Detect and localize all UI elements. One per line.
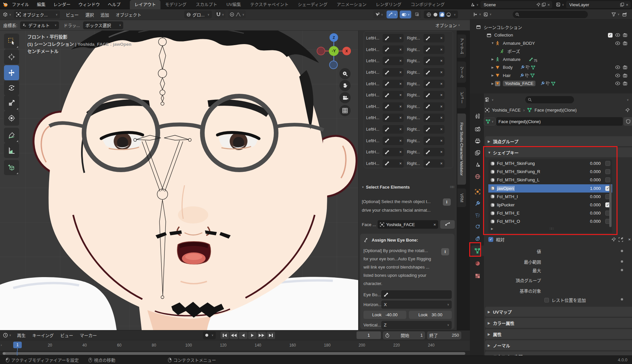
tab-constraints-properties[interactable] bbox=[471, 233, 484, 244]
show-only-icon[interactable] bbox=[618, 237, 623, 242]
close-icon[interactable]: × bbox=[628, 237, 631, 242]
chevron-down-icon[interactable]: ∨ bbox=[222, 13, 224, 16]
tab-scene-properties[interactable] bbox=[471, 159, 484, 170]
timeline-ruler[interactable]: 20406080100120140160180200220240 › 1 bbox=[0, 340, 470, 351]
clear-icon[interactable]: × bbox=[399, 70, 402, 75]
workspace-tab[interactable]: テクスチャペイント bbox=[245, 0, 293, 9]
eye-icon[interactable] bbox=[615, 65, 620, 69]
clear-icon[interactable]: × bbox=[399, 116, 402, 120]
tab-texture-properties[interactable] bbox=[471, 271, 484, 281]
right-bone-field[interactable]: × bbox=[423, 68, 445, 77]
rendered-shading-icon[interactable] bbox=[446, 12, 451, 17]
info-icon[interactable]: i bbox=[443, 198, 451, 206]
tab-vrm[interactable]: VRM bbox=[457, 188, 466, 207]
right-bone-field[interactable]: × bbox=[423, 159, 445, 168]
prev-keyframe-button[interactable] bbox=[230, 332, 238, 339]
eye-icon[interactable] bbox=[615, 74, 620, 77]
clear-icon[interactable]: × bbox=[399, 82, 402, 86]
close-icon[interactable]: × bbox=[625, 2, 629, 7]
timeline-scrollbar[interactable] bbox=[3, 352, 465, 355]
frame-start-field[interactable]: 開始1 bbox=[383, 331, 425, 339]
outliner-row-armature-body[interactable]: ▼ Armature_BODY bbox=[470, 39, 632, 47]
right-bone-field[interactable]: × bbox=[423, 91, 445, 99]
outliner-row-collection[interactable]: Collection ✓ bbox=[470, 31, 632, 39]
look-min-button[interactable]: Look-40.00 bbox=[363, 311, 406, 319]
outliner-row-yoshida-face[interactable]: ▶ Yoshida_FACE bbox=[470, 80, 632, 88]
outliner-search-input[interactable] bbox=[513, 11, 588, 18]
shape-key-row[interactable]: Fcl_MTH_I 0.000 ✓ bbox=[488, 193, 612, 201]
clear-icon[interactable]: × bbox=[440, 70, 443, 75]
next-keyframe-button[interactable] bbox=[257, 332, 266, 339]
clear-icon[interactable]: × bbox=[399, 150, 402, 154]
expander-closed-icon[interactable]: ▶ bbox=[491, 227, 493, 230]
left-bone-field[interactable]: × bbox=[383, 45, 404, 54]
expander-open-icon[interactable]: ▼ bbox=[490, 41, 495, 45]
clear-icon[interactable]: × bbox=[440, 104, 443, 109]
list-grip[interactable]: ∷∷ bbox=[550, 227, 553, 230]
select-box-tool[interactable] bbox=[4, 34, 19, 49]
outliner-row-armature-data[interactable]: ▶ Armature 75 bbox=[470, 55, 632, 64]
tab-world-properties[interactable] bbox=[471, 171, 484, 182]
attributes-panel-header[interactable]: ▶属性∷∷ bbox=[485, 329, 632, 339]
shape-key-row[interactable]: lipPucker 0.000 ✓ bbox=[488, 201, 612, 209]
properties-search-input[interactable] bbox=[525, 96, 574, 103]
clear-icon[interactable]: × bbox=[399, 93, 402, 97]
viewlayer-icon[interactable] bbox=[556, 2, 561, 7]
workspace-tab[interactable]: モデリング bbox=[160, 0, 191, 9]
pin-icon[interactable] bbox=[536, 2, 541, 7]
playhead-badge[interactable]: 1 bbox=[13, 342, 22, 348]
scene-name[interactable]: Scene bbox=[482, 2, 536, 7]
mesh-selector-button[interactable]: ∨ bbox=[484, 117, 496, 125]
close-icon[interactable]: × bbox=[546, 2, 551, 7]
eye-icon[interactable] bbox=[615, 82, 620, 85]
chevron-down-icon[interactable]: ∨ bbox=[212, 334, 214, 337]
camera-icon[interactable] bbox=[623, 73, 627, 78]
camera-icon[interactable] bbox=[623, 33, 627, 37]
shape-keys-panel-header[interactable]: ▼ シェイプキー ∷∷ bbox=[485, 147, 632, 157]
vertex-groups-panel-header[interactable]: ▶ 頂点グループ ∷∷ bbox=[485, 136, 632, 146]
chevron-down-icon[interactable]: ∨ bbox=[381, 13, 383, 16]
panel-grip[interactable]: ∷∷ bbox=[450, 185, 454, 189]
tab-viewlayer-properties[interactable] bbox=[471, 147, 484, 158]
clear-icon[interactable]: × bbox=[433, 222, 436, 227]
clear-icon[interactable]: × bbox=[399, 127, 402, 132]
face-object-field[interactable]: Yoshida_FACE × bbox=[378, 220, 438, 229]
data-name-field[interactable]: Face (merged)(Clone) bbox=[496, 117, 623, 126]
breadcrumb-data[interactable]: Face (merged)(Clone) bbox=[532, 108, 579, 113]
pin-icon[interactable] bbox=[611, 237, 616, 242]
workspace-tab[interactable]: レンダリング bbox=[371, 0, 406, 9]
orthographic-toggle-button[interactable] bbox=[339, 105, 351, 116]
chevron-down-icon[interactable]: ∨ bbox=[408, 13, 410, 16]
timeline-menu-item[interactable]: ビュー bbox=[57, 332, 76, 338]
tab-view[interactable]: ビュー bbox=[457, 87, 466, 109]
display-mode-icon[interactable] bbox=[473, 12, 478, 17]
outliner-row-pose[interactable]: ポーズ bbox=[470, 47, 632, 56]
right-bone-field[interactable]: × bbox=[423, 34, 445, 42]
left-bone-field[interactable]: × bbox=[383, 80, 404, 88]
tab-material-properties[interactable] bbox=[471, 258, 484, 269]
fake-user-shield-button[interactable] bbox=[623, 117, 632, 126]
clear-icon[interactable]: × bbox=[399, 139, 402, 143]
play-button[interactable] bbox=[248, 332, 257, 339]
uv-maps-panel-header[interactable]: ▶UVマップ∷∷ bbox=[485, 307, 632, 317]
workspace-tab[interactable]: レイアウト bbox=[130, 0, 160, 9]
tab-item[interactable]: アイテム bbox=[457, 34, 466, 58]
copy-icon[interactable] bbox=[541, 2, 546, 7]
navigation-gizmo[interactable]: Z X -Y bbox=[310, 31, 358, 70]
jump-to-end-button[interactable] bbox=[267, 332, 275, 339]
outliner-row-scene-collection[interactable]: シーンコレクション bbox=[470, 23, 632, 31]
clear-icon[interactable]: × bbox=[440, 47, 443, 52]
solid-shading-icon[interactable] bbox=[433, 12, 438, 17]
viewport-menu-item[interactable]: オブジェクト bbox=[112, 12, 145, 18]
shape-key-row[interactable]: Fcl_MTH_E 0.000 ✓ bbox=[488, 209, 612, 217]
tab-tool-properties[interactable] bbox=[471, 111, 484, 121]
breadcrumb-object[interactable]: Yoshida_FACE bbox=[489, 108, 523, 113]
tab-physics-properties[interactable] bbox=[471, 221, 484, 232]
clear-icon[interactable]: × bbox=[399, 59, 402, 63]
expander-closed-icon[interactable]: ▶ bbox=[490, 66, 495, 69]
tab-modifier-properties[interactable] bbox=[471, 198, 484, 209]
clear-icon[interactable]: × bbox=[440, 116, 443, 120]
left-bone-field[interactable]: × bbox=[383, 148, 404, 156]
left-bone-field[interactable]: × bbox=[383, 137, 404, 145]
region-collapse-arrow[interactable]: › bbox=[1, 343, 2, 347]
